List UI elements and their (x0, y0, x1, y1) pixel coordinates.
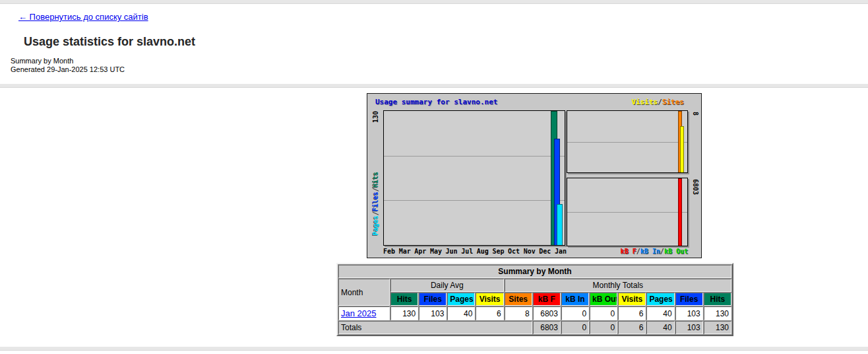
summary-by-month-text: Summary by Month (11, 57, 868, 65)
month-tick-label: Feb (383, 248, 395, 255)
page-title: Usage statistics for slavno.net (24, 35, 868, 49)
totals-kbin: 0 (561, 321, 589, 334)
graph-title: Usage summary for slavno.net (375, 98, 497, 106)
column-header-files-avg: Files (419, 293, 447, 306)
report-meta: Summary by Month Generated 29-Jan-2025 1… (11, 57, 868, 74)
column-header-visits-total: Visits (618, 293, 646, 306)
column-header-pages-avg: Pages (447, 293, 475, 306)
month-tick-label: Sep (492, 248, 504, 255)
stat-pages-avg: 40 (447, 306, 475, 320)
graph-legend-kbytes: kB F/kB In/kB Out (621, 248, 688, 255)
stat-hits-total: 130 (704, 306, 731, 320)
stat-kbin: 0 (561, 306, 589, 320)
column-header-hits-avg: Hits (390, 293, 418, 306)
column-header-files-total: Files (675, 293, 703, 306)
month-tick-label: Aug (477, 248, 489, 255)
table-title-row: Summary by Month (338, 265, 731, 278)
totals-pages: 40 (646, 321, 674, 334)
main-plot (383, 110, 565, 246)
back-to-sites-link[interactable]: ← Повернутись до списку сайтів (18, 12, 148, 22)
totals-visits: 6 (618, 321, 646, 334)
visits-sites-plot (567, 110, 688, 173)
month-tick-label: Nov (524, 248, 536, 255)
generated-timestamp: Generated 29-Jan-2025 12:53 UTC (11, 65, 868, 74)
axis-pages-label: Pages (372, 215, 379, 235)
stat-sites: 8 (505, 306, 532, 320)
graph-legend-visits-sites: Visits/Sites (632, 98, 685, 106)
month-tick-label: Dec (539, 248, 551, 255)
legend-kbin-label: kB In (640, 248, 660, 255)
month-detail-link[interactable]: Jan 2025 (341, 308, 377, 318)
column-header-visits-avg: Visits (476, 293, 503, 306)
stat-kbf: 6803 (533, 306, 561, 320)
bar-pages (557, 204, 563, 245)
y-axis-max-sites: 8 (691, 112, 699, 116)
column-header-hits-total: Hits (704, 293, 731, 306)
y-axis-series-label: Pages/Files/Hits (372, 172, 380, 235)
usage-summary-graph: Usage summary for slavno.net Visits/Site… (367, 93, 702, 258)
month-tick-label: Mar (399, 248, 411, 255)
stat-pages-total: 40 (646, 306, 674, 320)
legend-separator: / (658, 98, 662, 106)
monthly-totals-group-header: Monthly Totals (505, 279, 731, 292)
y-axis-max-kbytes: 6803 (691, 179, 699, 195)
axis-separator: / (372, 211, 379, 215)
axis-separator: / (372, 188, 379, 192)
table-group-header-row: Month Daily Avg Monthly Totals (338, 279, 731, 292)
month-tick-label: May (430, 248, 442, 255)
month-tick-label: Jan (555, 248, 567, 255)
column-header-pages-total: Pages (646, 293, 674, 306)
axis-hits-label: Hits (372, 172, 379, 188)
axis-files-label: Files (372, 192, 379, 211)
table-data-row: Jan 2025 130 103 40 6 8 6803 0 0 6 40 10… (338, 306, 731, 320)
month-tick-label: Jul (461, 248, 473, 255)
stat-hits-avg: 130 (390, 306, 418, 320)
page-footer: ← Повернутись до списку сайтів (0, 347, 868, 354)
totals-label: Totals (338, 321, 532, 334)
bar-kb-f (678, 178, 682, 246)
totals-kbf: 6803 (533, 321, 561, 334)
stat-kbout: 0 (590, 306, 617, 320)
legend-kbout-label: kB Out (664, 248, 688, 255)
month-column-header: Month (338, 279, 390, 306)
stat-files-avg: 103 (419, 306, 447, 320)
daily-avg-group-header: Daily Avg (390, 279, 504, 292)
totals-hits: 130 (704, 321, 731, 334)
column-header-kbout: kB Out (590, 293, 617, 306)
stat-visits-total: 6 (618, 306, 646, 320)
legend-sites-label: Sites (662, 98, 684, 106)
x-axis-months: FebMarAprMayJunJulAugSepOctNovDecJan (383, 248, 567, 255)
stat-visits-avg: 6 (476, 306, 503, 320)
month-cell: Jan 2025 (338, 306, 390, 320)
table-title: Summary by Month (338, 265, 731, 278)
legend-kbf-label: kB F (621, 248, 636, 255)
column-header-kbin: kB In (561, 293, 589, 306)
table-column-header-row: Hits Files Pages Visits Sites kB F kB In… (338, 293, 731, 306)
column-header-sites: Sites (505, 293, 532, 306)
column-header-kbf: kB F (533, 293, 561, 306)
legend-visits-label: Visits (632, 98, 658, 106)
top-divider (0, 0, 868, 4)
month-tick-label: Apr (414, 248, 426, 255)
divider (0, 84, 868, 88)
totals-kbout: 0 (590, 321, 617, 334)
kbytes-plot (567, 178, 688, 246)
y-axis-max-hits: 130 (372, 111, 380, 123)
table-totals-row: Totals 6803 0 0 6 40 103 130 (338, 321, 731, 334)
stat-files-total: 103 (675, 306, 703, 320)
bar-visits (680, 126, 684, 172)
totals-files: 103 (675, 321, 703, 334)
back-link-row: ← Повернутись до списку сайтів (18, 11, 868, 22)
month-tick-label: Jun (446, 248, 458, 255)
bottom-divider (0, 347, 868, 351)
month-tick-label: Oct (508, 248, 520, 255)
summary-by-month-table: Summary by Month Month Daily Avg Monthly… (336, 263, 733, 336)
